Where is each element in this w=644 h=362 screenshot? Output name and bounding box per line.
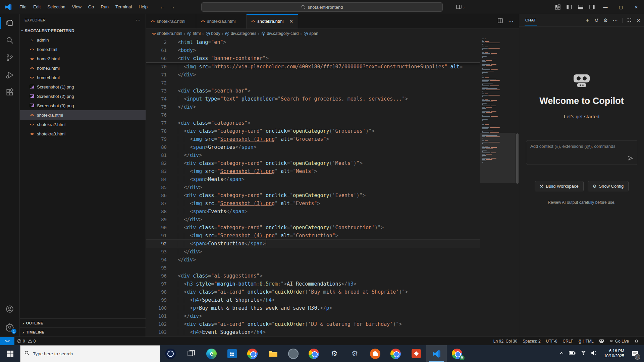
chat-settings-gear-icon[interactable]: ⚙ (603, 17, 608, 23)
taskbar-app-app-red-icon[interactable] (406, 345, 426, 362)
code-line-61[interactable]: 61<body> (146, 46, 480, 54)
file-item-home4-html[interactable]: <>home4.html (20, 73, 146, 82)
code-line-103[interactable]: 103 <h4>Event Suggestion</h4> (146, 328, 480, 336)
taskbar-app-task-view-icon[interactable] (181, 345, 201, 362)
code-line-94[interactable]: 94</div> (146, 256, 480, 264)
explorer-more-icon[interactable]: ⋯ (136, 17, 141, 23)
code-line-104[interactable]: 104 <p>Planning a birthday? DJ & caterin… (146, 336, 480, 337)
minimap-slider[interactable] (480, 133, 516, 183)
taskbar-app-chrome-m-icon[interactable]: M (447, 345, 467, 362)
chat-close-icon[interactable]: ✕ (636, 17, 641, 23)
code-line-98[interactable]: 98 <div class="ai-card" onclick="quickOr… (146, 288, 480, 296)
build-workspace-button[interactable]: ⚒ Build Workspace (535, 181, 584, 191)
breadcrumb-item[interactable]: body (206, 31, 220, 36)
code-line-78[interactable]: 78 <div class="category-card" onclick="o… (146, 127, 480, 135)
code-line-80[interactable]: 80 <span>Groceries</span> (146, 143, 480, 151)
tab-shotekra3.html[interactable]: <>shotekra3.html (196, 14, 247, 28)
extensions-icon[interactable] (0, 84, 20, 101)
file-item-home3-html[interactable]: <>home3.html (20, 63, 146, 73)
send-icon[interactable] (628, 155, 634, 163)
menu-go[interactable]: Go (85, 3, 97, 11)
account-icon[interactable] (0, 300, 20, 318)
code-line-74[interactable]: 74 <input type="text" placeholder="Searc… (146, 95, 480, 103)
taskbar-app-vscode-icon[interactable] (426, 345, 447, 362)
code-editor[interactable]: 2<html lang="en">61<body>66<div class="b… (146, 38, 519, 337)
code-line-66[interactable]: 66<div class="banner-container"> (146, 54, 480, 62)
file-item-shotekra3-html[interactable]: <>shotekra3.html (20, 129, 146, 138)
minimap[interactable] (480, 38, 516, 337)
code-line-97[interactable]: 97 <h3 style="margin-bottom:0.5rem;">AI … (146, 280, 480, 288)
code-line-87[interactable]: 87 <img src="Screenshot (3).png" alt="Ev… (146, 199, 480, 207)
workspace-root-folder[interactable]: › SHOTALENT-FRONTEND (20, 26, 146, 35)
file-item-home-html[interactable]: <>home.html (20, 45, 146, 54)
code-line-76[interactable]: 76 (146, 111, 480, 119)
chat-expand-icon[interactable] (627, 17, 632, 23)
chat-history-icon[interactable]: ↺ (594, 17, 599, 23)
breadcrumb-item[interactable]: html (187, 31, 201, 36)
menu-view[interactable]: View (69, 3, 85, 11)
go-live-button[interactable]: Go Live (607, 337, 632, 346)
menu-file[interactable]: File (16, 3, 30, 11)
menu-edit[interactable]: Edit (30, 3, 44, 11)
volume-icon[interactable] (591, 351, 597, 357)
maximize-button[interactable]: ▢ (613, 0, 629, 14)
taskbar-app-settings-icon[interactable]: ⚙ (324, 345, 344, 362)
file-item-shotekra2-html[interactable]: <>shotekra2.html (20, 120, 146, 129)
command-center-search[interactable]: shotalent-frontend (201, 2, 443, 12)
breadcrumb-item[interactable]: div.category-card (261, 31, 299, 36)
split-editor-icon[interactable] (498, 18, 503, 24)
language-mode-status[interactable]: {}HTML (576, 337, 596, 346)
taskbar-app-edge-icon[interactable]: e (201, 345, 222, 362)
editor-scrollbar[interactable] (516, 38, 519, 337)
code-line-92[interactable]: 92 <span>Construction</span> (146, 240, 480, 248)
taskbar-app-chrome-2-icon[interactable] (304, 345, 324, 362)
code-line-96[interactable]: 96<div class="ai-suggestions"> (146, 272, 480, 280)
file-item-admin[interactable]: ›admin (20, 35, 146, 45)
taskbar-app-launcher-orange-icon[interactable] (365, 345, 385, 362)
breadcrumb-item[interactable]: span (304, 31, 318, 36)
taskbar-app-file-explorer-icon[interactable] (263, 345, 283, 362)
code-lines[interactable]: 70 <img src="https://via.placeholder.com… (146, 63, 480, 337)
file-item-screenshot-1-png[interactable]: Screenshot (1).png (20, 82, 146, 92)
action-center-icon[interactable]: 6 (629, 345, 641, 362)
tab-shotekra2.html[interactable]: <>shotekra2.html (146, 14, 196, 28)
toggle-sidebar-icon[interactable] (564, 0, 575, 14)
encoding-status[interactable]: UTF-8 (543, 337, 560, 346)
code-line-93[interactable]: 93 </div> (146, 248, 480, 256)
section-timeline[interactable]: ›TIMELINE (20, 327, 146, 337)
tray-chevron-icon[interactable] (559, 351, 564, 357)
code-line-85[interactable]: 85 </div> (146, 183, 480, 191)
code-line-83[interactable]: 83 <img src="Screenshot (2).png" alt="Me… (146, 167, 480, 175)
code-line-95[interactable]: 95 (146, 264, 480, 272)
code-line-84[interactable]: 84 <span>Meals</span> (146, 175, 480, 183)
menu-selection[interactable]: Selection (44, 3, 68, 11)
chat-tab[interactable]: CHAT (525, 15, 537, 25)
settings-gear-icon[interactable]: 1 (0, 318, 20, 337)
close-button[interactable]: ✕ (629, 0, 644, 14)
wifi-icon[interactable] (581, 351, 586, 357)
toggle-secondary-sidebar-icon[interactable] (586, 0, 598, 14)
code-line-2[interactable]: 2<html lang="en"> (146, 38, 480, 46)
taskbar-app-dev-settings-icon[interactable]: ⚙ (344, 345, 365, 362)
section-outline[interactable]: ›OUTLINE (20, 318, 146, 327)
taskbar-clock[interactable]: 6:16 PM 10/10/2025 (604, 349, 624, 359)
code-line-100[interactable]: 100 <p>Buy milk & bread this week and sa… (146, 304, 480, 312)
notifications-bell-icon[interactable] (632, 337, 641, 346)
chat-input[interactable]: Add context (#), extensions (@), command… (526, 140, 637, 165)
copilot-status-icon[interactable] (596, 337, 607, 346)
code-line-71[interactable]: 71</div> (146, 71, 480, 79)
code-line-75[interactable]: 75</div> (146, 103, 480, 111)
toggle-panel-icon[interactable] (575, 0, 586, 14)
code-line-89[interactable]: 89 </div> (146, 216, 480, 224)
breadcrumb[interactable]: <>shotekra.html›html›body›div.categories… (146, 29, 519, 38)
customize-layout-icon[interactable] (552, 0, 564, 14)
cursor-position-status[interactable]: Ln 92, Col 30 (491, 337, 520, 346)
file-item-shotekra-html[interactable]: <>shotekra.html (20, 110, 146, 120)
taskbar-app-chrome-1-icon[interactable] (242, 345, 263, 362)
code-line-81[interactable]: 81 </div> (146, 151, 480, 159)
taskbar-app-cortana-icon[interactable] (160, 345, 181, 362)
code-line-72[interactable]: 72 (146, 79, 480, 87)
problems-status[interactable]: 0 0 (14, 337, 38, 346)
code-line-73[interactable]: 73<div class="search-bar"> (146, 87, 480, 95)
start-button[interactable] (0, 345, 20, 362)
